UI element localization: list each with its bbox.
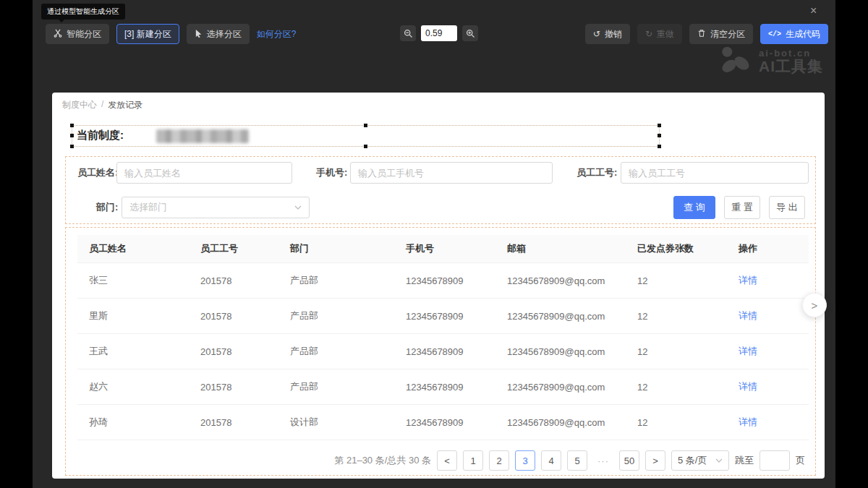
pagination-page-1[interactable]: 1 xyxy=(463,450,483,471)
pagination-page-50[interactable]: 50 xyxy=(619,450,639,471)
detail-link[interactable]: 详情 xyxy=(739,275,757,286)
column-header: 员工工号 xyxy=(189,235,278,263)
zoom-controls xyxy=(400,25,478,41)
select-partition-button[interactable]: 选择分区 xyxy=(187,24,250,44)
jump-label: 跳至 xyxy=(735,454,754,467)
undo-button[interactable]: ↺ 撤销 xyxy=(585,24,630,44)
cell-name: 赵六 xyxy=(77,369,189,405)
phone-filter-label: 手机号: xyxy=(316,162,347,184)
watermark-domain: ai-bot.cn xyxy=(759,48,823,59)
pagination-prev-button[interactable]: < xyxy=(437,450,457,471)
detail-link[interactable]: 详情 xyxy=(739,310,757,321)
partition-region-table[interactable]: 员工姓名员工工号部门手机号邮箱已发点券张数操作 张三201578产品部12345… xyxy=(65,227,816,476)
cell-phone: 12345678909 xyxy=(394,299,495,334)
cell-action: 详情 xyxy=(727,369,809,405)
table-header-row: 员工姓名员工工号部门手机号邮箱已发点券张数操作 xyxy=(77,235,809,263)
clear-partitions-button[interactable]: 清空分区 xyxy=(689,24,753,44)
cell-dept: 产品部 xyxy=(278,263,394,299)
magnifier-minus-icon xyxy=(404,29,413,38)
resize-handle[interactable] xyxy=(70,134,74,137)
pagination: 第 21–30 条/总共 30 条 < 12345···50 > 5 条/页 跳… xyxy=(334,449,805,472)
table-scroll-next-button[interactable]: > xyxy=(802,293,827,317)
cell-email: 12345678909@qq.com xyxy=(495,299,626,334)
cell-dept: 产品部 xyxy=(278,369,394,405)
table-row: 王武201578产品部1234567890912345678909@qq.com… xyxy=(77,334,809,369)
chevron-down-icon xyxy=(715,458,723,463)
current-policy-label: 当前制度: xyxy=(77,129,124,142)
resize-handle[interactable] xyxy=(658,134,661,137)
how-to-partition-link[interactable]: 如何分区? xyxy=(257,28,297,40)
cursor-icon xyxy=(195,29,203,40)
pagination-page-3[interactable]: 3 xyxy=(515,450,535,471)
detail-link[interactable]: 详情 xyxy=(739,346,757,356)
search-button[interactable]: 查 询 xyxy=(673,196,715,219)
resize-handle[interactable] xyxy=(658,145,661,148)
cell-dept: 产品部 xyxy=(278,299,394,334)
table-row: 孙琦201578设计部1234567890912345678909@qq.com… xyxy=(77,405,809,440)
resize-handle[interactable] xyxy=(364,124,367,127)
cell-name: 张三 xyxy=(77,263,189,299)
magnifier-plus-icon xyxy=(466,29,475,38)
export-button[interactable]: 导 出 xyxy=(769,196,805,219)
cell-email: 12345678909@qq.com xyxy=(495,334,626,369)
employee-table: 员工姓名员工工号部门手机号邮箱已发点券张数操作 张三201578产品部12345… xyxy=(77,235,809,440)
generate-code-button[interactable]: </> 生成代码 xyxy=(760,24,828,44)
chevron-down-icon xyxy=(294,205,302,210)
cell-empid: 201578 xyxy=(189,299,278,334)
reset-button[interactable]: 重 置 xyxy=(724,196,760,219)
cell-dept: 产品部 xyxy=(278,334,394,369)
column-header: 员工姓名 xyxy=(77,235,189,263)
empid-filter-input[interactable] xyxy=(621,162,809,184)
name-filter-label: 员工姓名: xyxy=(77,162,118,184)
page-size-select[interactable]: 5 条/页 xyxy=(671,450,729,471)
watermark-name: AI工具集 xyxy=(759,59,823,74)
cell-name: 王武 xyxy=(77,334,189,369)
undo-icon: ↺ xyxy=(593,29,600,39)
cell-empid: 201578 xyxy=(189,263,278,299)
resize-handle[interactable] xyxy=(658,124,661,127)
partition-region-filters[interactable]: 员工姓名: 手机号: 员工工号: 部门: 选择部门 查 询 重 置 导 出 xyxy=(65,156,816,224)
cell-dept: 设计部 xyxy=(278,405,394,440)
cell-empid: 201578 xyxy=(189,334,278,369)
cell-email: 12345678909@qq.com xyxy=(495,405,626,440)
breadcrumb-parent[interactable]: 制度中心 xyxy=(62,99,97,111)
close-icon[interactable]: × xyxy=(810,5,817,17)
resize-handle[interactable] xyxy=(70,145,74,148)
cell-email: 12345678909@qq.com xyxy=(495,369,626,405)
zoom-in-button[interactable] xyxy=(462,25,478,41)
scissors-icon xyxy=(54,29,62,40)
column-header: 操作 xyxy=(727,235,809,263)
resize-handle[interactable] xyxy=(70,124,74,127)
new-partition-button[interactable]: [3] 新建分区 xyxy=(116,24,179,44)
cell-count: 12 xyxy=(626,263,727,299)
jump-page-input[interactable] xyxy=(760,450,790,471)
cell-phone: 12345678909 xyxy=(394,369,495,405)
zoom-level-input[interactable] xyxy=(421,25,457,41)
code-icon: </> xyxy=(768,30,781,38)
resize-handle[interactable] xyxy=(364,145,367,148)
phone-filter-input[interactable] xyxy=(350,162,553,184)
detail-link[interactable]: 详情 xyxy=(739,416,757,427)
toolbar-right: ↺ 撤销 ↻ 重做 清空分区 </> 生成代码 xyxy=(585,24,828,44)
pagination-next-button[interactable]: > xyxy=(645,450,665,471)
cell-empid: 201578 xyxy=(189,405,278,440)
breadcrumb: 制度中心 / 发放记录 xyxy=(62,99,142,111)
detail-link[interactable]: 详情 xyxy=(739,381,757,392)
dept-filter-label: 部门: xyxy=(96,197,118,218)
name-filter-input[interactable] xyxy=(116,162,292,184)
pagination-page-2[interactable]: 2 xyxy=(489,450,509,471)
breadcrumb-separator: / xyxy=(101,99,103,111)
cell-action: 详情 xyxy=(727,299,809,334)
ai-bot-watermark: ai-bot.cn AI工具集 xyxy=(719,46,823,77)
pagination-page-4[interactable]: 4 xyxy=(541,450,561,471)
cell-name: 里斯 xyxy=(77,299,189,334)
table-body: 张三201578产品部1234567890912345678909@qq.com… xyxy=(77,263,809,440)
cell-empid: 201578 xyxy=(189,369,278,405)
smart-partition-button[interactable]: 智能分区 xyxy=(46,24,109,44)
partition-region-policy[interactable]: 当前制度: xyxy=(72,125,660,147)
cell-phone: 12345678909 xyxy=(394,334,495,369)
pagination-page-5[interactable]: 5 xyxy=(567,450,587,471)
zoom-out-button[interactable] xyxy=(400,25,416,41)
dept-select[interactable]: 选择部门 xyxy=(122,197,310,218)
cell-action: 详情 xyxy=(727,405,809,440)
